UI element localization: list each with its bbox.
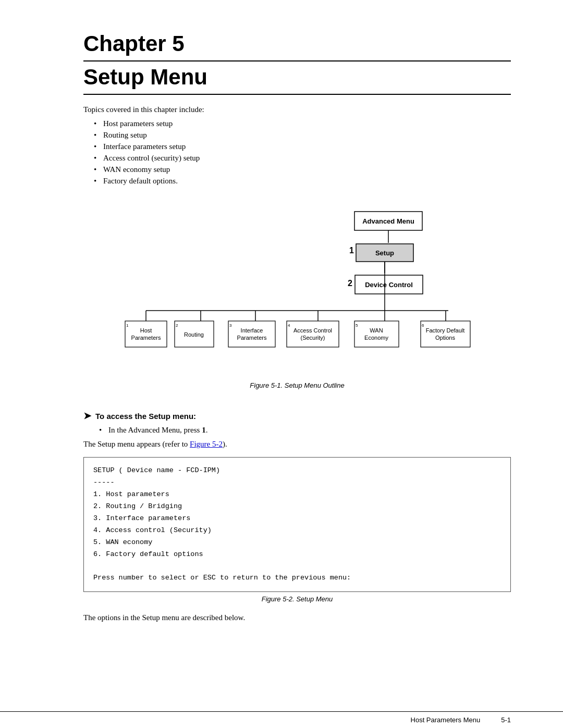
svg-text:5: 5: [356, 323, 358, 328]
terminal-line: -----: [93, 477, 501, 489]
terminal-line: 2. Routing / Bridging: [93, 501, 501, 513]
svg-text:Routing: Routing: [184, 331, 204, 338]
svg-rect-29: [287, 321, 339, 347]
svg-text:Factory Default: Factory Default: [426, 327, 465, 334]
svg-rect-37: [421, 321, 470, 347]
svg-text:Parameters: Parameters: [237, 335, 267, 341]
terminal-box: SETUP ( Device name - FCD-IPM) ----- 1. …: [83, 457, 511, 592]
svg-text:4: 4: [288, 323, 290, 328]
svg-text:6: 6: [422, 323, 424, 328]
arrow-icon: ➤: [83, 410, 91, 422]
svg-text:Options: Options: [435, 335, 455, 341]
footer-label: Host Parameters Menu: [411, 716, 481, 724]
svg-text:Setup: Setup: [375, 249, 394, 257]
svg-text:2: 2: [348, 279, 352, 288]
terminal-line: 4. Access control (Security): [93, 525, 501, 537]
list-item: Access control (security) setup: [94, 154, 511, 163]
terminal-line: 6. Factory default options: [93, 549, 501, 561]
footer-left: [83, 716, 411, 724]
svg-text:Advanced Menu: Advanced Menu: [362, 217, 414, 225]
svg-rect-25: [228, 321, 275, 347]
terminal-line: Press number to select or ESC to return …: [93, 572, 501, 584]
svg-text:(Security): (Security): [300, 335, 325, 341]
svg-text:1: 1: [126, 323, 129, 328]
figure2-link[interactable]: Figure 5-2: [190, 440, 223, 448]
topics-list: Host parameters setup Routing setup Inte…: [94, 119, 511, 186]
footer-page-num: 5-1: [501, 716, 511, 724]
terminal-line: 1. Host parameters: [93, 489, 501, 501]
menu-outline-diagram: Advanced Menu 1 Setup 2 Device Control: [115, 201, 480, 378]
svg-text:3: 3: [229, 323, 232, 328]
terminal-line: SETUP ( Device name - FCD-IPM): [93, 465, 501, 477]
intro-text: Topics covered in this chapter include:: [83, 105, 511, 114]
svg-text:WAN: WAN: [370, 327, 383, 334]
closing-text: The options in the Setup menu are descri…: [83, 613, 511, 622]
svg-text:Device Control: Device Control: [365, 281, 413, 289]
svg-text:2: 2: [176, 323, 178, 328]
footer-right: Host Parameters Menu 5-1: [411, 716, 511, 724]
svg-text:1: 1: [349, 246, 354, 255]
figure2-caption: Figure 5-2. Setup Menu: [83, 595, 511, 603]
access-list: In the Advanced Menu, press 1.: [99, 426, 511, 435]
page-footer: Host Parameters Menu 5-1: [0, 711, 563, 728]
figure1-caption: Figure 5-1. Setup Menu Outline: [250, 381, 344, 389]
svg-text:Economy: Economy: [364, 335, 388, 341]
list-item: Factory default options.: [94, 177, 511, 186]
terminal-line: 3. Interface parameters: [93, 513, 501, 525]
list-item: Interface parameters setup: [94, 142, 511, 151]
svg-text:Parameters: Parameters: [131, 335, 161, 341]
access-list-item: In the Advanced Menu, press 1.: [99, 426, 511, 435]
access-body-text: The Setup menu appears (refer to Figure …: [83, 440, 511, 449]
diagram-container: Advanced Menu 1 Setup 2 Device Control: [83, 201, 511, 400]
access-section: ➤ To access the Setup menu: In the Advan…: [83, 410, 511, 449]
list-item: Routing setup: [94, 131, 511, 140]
section-title: Setup Menu: [83, 65, 511, 95]
list-item: WAN economy setup: [94, 165, 511, 174]
svg-rect-18: [125, 321, 167, 347]
svg-rect-33: [354, 321, 399, 347]
svg-text:Interface: Interface: [241, 327, 263, 334]
access-heading: ➤ To access the Setup menu:: [83, 410, 511, 422]
svg-text:Access Control: Access Control: [293, 327, 332, 334]
svg-text:Host: Host: [140, 327, 152, 334]
terminal-line: [93, 561, 501, 573]
terminal-line: 5. WAN economy: [93, 537, 501, 549]
chapter-title: Chapter 5: [83, 31, 511, 61]
list-item: Host parameters setup: [94, 119, 511, 128]
